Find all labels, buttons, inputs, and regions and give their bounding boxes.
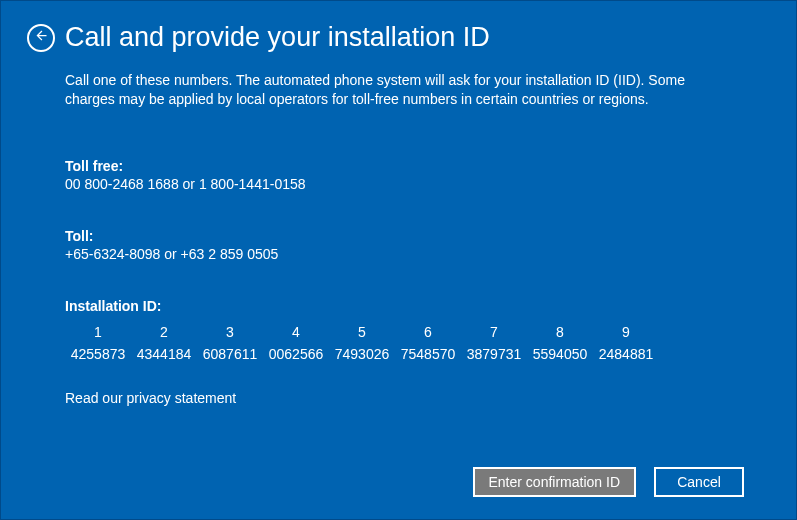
installation-id-table: 1 2 3 4 5 6 7 8 9 4255873 4344184 608761… bbox=[65, 324, 732, 362]
iid-header: 4 bbox=[263, 324, 329, 340]
iid-group: 7548570 bbox=[395, 346, 461, 362]
iid-group: 3879731 bbox=[461, 346, 527, 362]
iid-group: 4344184 bbox=[131, 346, 197, 362]
iid-header: 6 bbox=[395, 324, 461, 340]
back-button[interactable] bbox=[27, 24, 55, 52]
description-text: Call one of these numbers. The automated… bbox=[65, 71, 732, 110]
iid-header: 1 bbox=[65, 324, 131, 340]
toll-value: +65-6324-8098 or +63 2 859 0505 bbox=[65, 246, 732, 262]
toll-free-label: Toll free: bbox=[65, 158, 732, 174]
iid-group: 7493026 bbox=[329, 346, 395, 362]
privacy-statement-link[interactable]: Read our privacy statement bbox=[65, 390, 732, 406]
installation-id-label: Installation ID: bbox=[65, 298, 732, 314]
iid-group: 5594050 bbox=[527, 346, 593, 362]
iid-header: 5 bbox=[329, 324, 395, 340]
toll-label: Toll: bbox=[65, 228, 732, 244]
iid-group: 2484881 bbox=[593, 346, 659, 362]
back-arrow-icon bbox=[34, 28, 49, 47]
enter-confirmation-id-button[interactable]: Enter confirmation ID bbox=[473, 467, 637, 497]
iid-header: 8 bbox=[527, 324, 593, 340]
iid-header: 7 bbox=[461, 324, 527, 340]
iid-header: 9 bbox=[593, 324, 659, 340]
iid-header: 3 bbox=[197, 324, 263, 340]
page-title: Call and provide your installation ID bbox=[65, 23, 490, 53]
cancel-button[interactable]: Cancel bbox=[654, 467, 744, 497]
iid-group: 6087611 bbox=[197, 346, 263, 362]
iid-header: 2 bbox=[131, 324, 197, 340]
iid-group: 0062566 bbox=[263, 346, 329, 362]
iid-group: 4255873 bbox=[65, 346, 131, 362]
toll-free-value: 00 800-2468 1688 or 1 800-1441-0158 bbox=[65, 176, 732, 192]
